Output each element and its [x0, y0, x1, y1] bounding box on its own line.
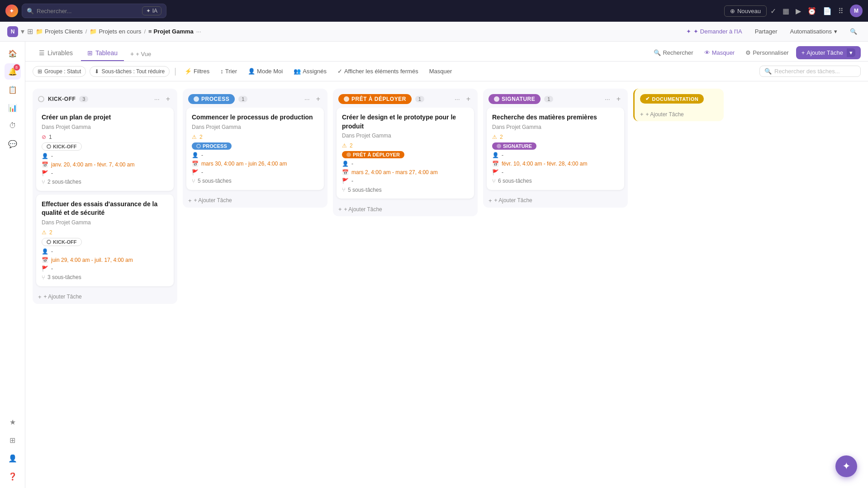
- tab-tableau[interactable]: ⊞ Tableau: [81, 46, 124, 61]
- tab-livrables[interactable]: ☰ Livrables: [33, 46, 79, 61]
- mode-moi-button[interactable]: 👤 Mode Moi: [244, 66, 286, 76]
- pret-add-task[interactable]: + + Ajouter Tâche: [333, 202, 478, 216]
- sidebar-toggle-icon[interactable]: ⊞: [27, 27, 33, 36]
- warning-count: 2: [49, 229, 52, 236]
- warning-icon: ⚠: [192, 134, 197, 140]
- filters-button[interactable]: ⚡ Filtres: [181, 66, 213, 76]
- ia-button[interactable]: ✦ IA: [142, 6, 161, 15]
- chevron-add-task[interactable]: ▾: [847, 48, 855, 57]
- card-assignee-row: 👤 -: [492, 152, 619, 158]
- group-chip[interactable]: ⊞ Groupe : Statut: [33, 66, 86, 77]
- card-date: janv. 20, 4:00 am - févr. 7, 4:00 am: [51, 161, 135, 168]
- pret-more-icon[interactable]: ···: [453, 95, 462, 104]
- sidebar-time[interactable]: ⏱: [5, 118, 21, 134]
- fab-button[interactable]: ✦: [835, 455, 857, 477]
- doc-icon[interactable]: 📄: [823, 7, 832, 15]
- add-task-main-button[interactable]: + Ajouter Tâche ▾: [796, 46, 861, 59]
- breadcrumb-more[interactable]: ···: [196, 28, 201, 35]
- calendar-icon: 📅: [192, 161, 199, 167]
- signature-badge: SIGNATURE: [489, 94, 541, 104]
- card-design-prototype[interactable]: Créer le design et le prototype pour le …: [337, 108, 474, 199]
- grid-icon[interactable]: ▦: [783, 7, 789, 15]
- circle-icon: [47, 144, 51, 149]
- kickoff-add-icon[interactable]: +: [164, 94, 172, 104]
- card-subtasks: ⑂ 2 sous-tâches: [42, 179, 168, 185]
- card-create-plan[interactable]: Créer un plan de projet Dans Projet Gamm…: [36, 108, 174, 191]
- signature-add-icon[interactable]: +: [615, 94, 622, 104]
- assignee-icon: 👤: [342, 161, 349, 167]
- documentation-add-task[interactable]: + + Ajouter Tâche: [635, 107, 724, 121]
- card-quality-test[interactable]: Effectuer des essais d'assurance de la q…: [36, 194, 174, 286]
- sidebar-user[interactable]: 👤: [5, 450, 21, 466]
- card-production-process[interactable]: Commencer le processus de production Dan…: [186, 108, 324, 190]
- customize-button[interactable]: ⚙ Personnaliser: [742, 47, 792, 58]
- signature-add-task[interactable]: + + Ajouter Tâche: [483, 194, 628, 208]
- kickoff-add-task[interactable]: + + Ajouter Tâche: [33, 290, 177, 304]
- sidebar-notifications[interactable]: 🔔 8: [5, 63, 21, 80]
- new-button[interactable]: ⊕ Nouveau: [724, 5, 767, 17]
- chevron-down-icon[interactable]: ▾: [21, 27, 24, 36]
- global-search-input[interactable]: [37, 8, 139, 14]
- add-view-button[interactable]: + + Vue: [126, 47, 156, 61]
- global-search-bar[interactable]: 🔍 ✦ IA: [22, 4, 166, 18]
- card-date-row: 📅 janv. 20, 4:00 am - févr. 7, 4:00 am: [42, 161, 168, 168]
- calendar-icon: 📅: [342, 169, 349, 175]
- avatar[interactable]: M: [850, 5, 863, 17]
- checkmark-icon[interactable]: ✓: [770, 7, 776, 15]
- left-sidebar: 🏠 🔔 8 📋 📊 ⏱ 💬 ★ ⊞ 👤 ❓: [0, 42, 25, 488]
- subtasks-chip[interactable]: ⬇ Sous-tâches : Tout réduire: [90, 66, 170, 77]
- process-add-icon[interactable]: +: [314, 94, 322, 104]
- show-closed-button[interactable]: ✓ Afficher les éléments fermés: [334, 66, 422, 76]
- column-signature: SIGNATURE 1 ··· + Recherche des matières…: [483, 89, 628, 208]
- app-logo[interactable]: ✦: [5, 5, 18, 17]
- search-icon: 🔍: [27, 8, 34, 14]
- share-button[interactable]: Partager: [751, 26, 781, 37]
- calendar-icon: 📅: [42, 161, 48, 168]
- workspace-badge[interactable]: N: [7, 26, 18, 37]
- process-icon: [194, 96, 199, 102]
- breadcrumb-projets-clients[interactable]: 📁 Projets Clients: [36, 28, 83, 35]
- hide-filter-button[interactable]: Masquer: [426, 66, 456, 76]
- card-project: Dans Projet Gamma: [42, 124, 168, 130]
- sidebar-tasks[interactable]: 📋: [5, 81, 21, 98]
- sidebar-chart[interactable]: 📊: [5, 99, 21, 116]
- breadcrumb-projets-en-cours[interactable]: 📁 Projets en cours: [90, 28, 141, 35]
- task-search-bar[interactable]: 🔍: [759, 66, 861, 77]
- signature-more-icon[interactable]: ···: [603, 95, 612, 104]
- kickoff-more-icon[interactable]: ···: [152, 95, 161, 104]
- card-flag-row: 🚩 -: [492, 169, 619, 175]
- breadcrumb: 📁 Projets Clients / 📁 Projets en cours /…: [36, 28, 201, 35]
- sort-button[interactable]: ↕ Trier: [217, 66, 241, 76]
- warning-count: 2: [350, 142, 353, 149]
- hide-button[interactable]: 👁 Masquer: [701, 47, 739, 58]
- sidebar-star[interactable]: ★: [5, 414, 21, 430]
- card-matieres-premieres[interactable]: Recherche des matières premières Dans Pr…: [487, 108, 624, 190]
- pret-add-icon[interactable]: +: [465, 94, 472, 104]
- sidebar-apps[interactable]: ⊞: [5, 432, 21, 448]
- process-more-icon[interactable]: ···: [303, 95, 312, 104]
- card-assignee-row: 👤 -: [42, 153, 168, 159]
- sidebar-help[interactable]: ❓: [5, 468, 21, 484]
- card-flag-row: 🚩 -: [42, 265, 168, 272]
- card-assignee-row: 👤 -: [42, 248, 168, 255]
- automations-button[interactable]: Automatisations ▾: [787, 26, 841, 37]
- video-icon[interactable]: ▶: [796, 7, 801, 15]
- plus-icon-col: +: [338, 206, 342, 213]
- calendar-icon: 📅: [42, 257, 48, 263]
- signature-icon: [494, 96, 499, 102]
- notification-badge: 8: [14, 64, 20, 71]
- group-icon: ⊞: [38, 68, 42, 75]
- sidebar-home[interactable]: 🏠: [5, 45, 21, 62]
- assignee-icon: 👤: [42, 248, 48, 255]
- clock-icon[interactable]: ⏰: [807, 7, 816, 15]
- sidebar-messages[interactable]: 💬: [5, 136, 21, 152]
- col-header-pret: PRÊT À DÉPLOYER 1 ··· +: [333, 89, 478, 108]
- dots-icon[interactable]: ⠿: [838, 7, 844, 15]
- nav-search-button[interactable]: 🔍: [846, 26, 861, 37]
- process-add-task[interactable]: + + Ajouter Tâche: [183, 194, 327, 208]
- assignes-button[interactable]: 👥 Assignés: [290, 66, 330, 76]
- ask-ia-button[interactable]: ✦ ✦ Demander à l'IA: [683, 26, 745, 37]
- search-icon-nav: 🔍: [850, 28, 857, 35]
- task-search-input[interactable]: [774, 68, 856, 75]
- search-tasks-button[interactable]: 🔍 Rechercher: [650, 47, 697, 58]
